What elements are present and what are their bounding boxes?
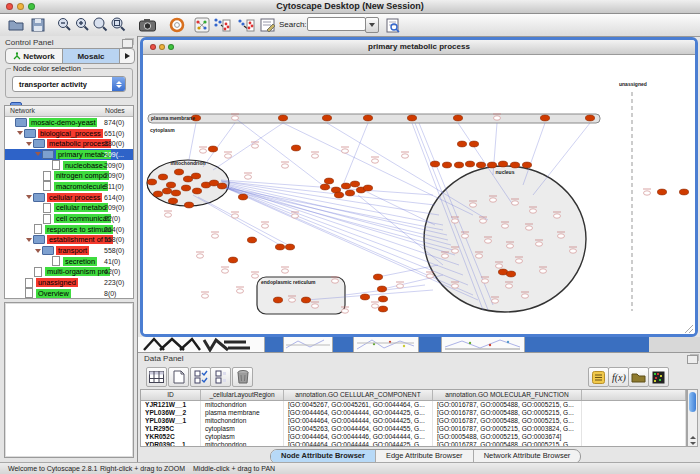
table-cell[interactable]: [GO:0044464, GO:0044444, GO:0044425, G..… <box>284 441 433 447</box>
graph-node-selected[interactable] <box>341 183 350 189</box>
table-cell[interactable]: [GO:0045267, GO:0045261, GO:0044464, G..… <box>284 401 433 409</box>
network-view-window[interactable]: primary metabolic process plasma membran… <box>140 37 698 337</box>
attribute-table-icon[interactable] <box>146 367 167 387</box>
tree-row-overview[interactable]: Overview8(0) <box>5 288 133 299</box>
graph-node[interactable] <box>332 279 339 283</box>
tree-row-cellular-metabo[interactable]: cellular metabo209(0) <box>5 203 133 214</box>
table-cell[interactable]: [GO:0016787, GO:0005488, GO:0005215, G..… <box>433 401 582 409</box>
graph-node-selected[interactable] <box>377 286 386 292</box>
graph-node-selected[interactable] <box>373 274 382 280</box>
table-cell[interactable]: YPL036W__2 <box>141 409 201 417</box>
graph-node-selected[interactable] <box>510 162 519 168</box>
graph-node[interactable] <box>237 289 244 293</box>
graph-node[interactable] <box>222 269 229 273</box>
graph-node[interactable] <box>197 254 204 258</box>
graph-node-selected[interactable] <box>487 162 496 168</box>
graph-node-selected[interactable] <box>238 194 247 200</box>
graph-node[interactable] <box>225 154 232 158</box>
search-dropdown-arrow[interactable] <box>365 17 379 33</box>
graph-node[interactable] <box>245 175 252 179</box>
table-cell[interactable]: [GO:0016787, GO:0005488, GO:0005215, G..… <box>433 417 582 425</box>
network-window-titlebar[interactable]: primary metabolic process <box>143 40 695 55</box>
graph-node-selected[interactable] <box>363 185 372 191</box>
graph-node-selected[interactable] <box>278 115 287 121</box>
unselect-attributes-icon[interactable] <box>210 367 231 387</box>
graph-node[interactable] <box>502 224 509 228</box>
table-cell[interactable] <box>582 425 686 433</box>
graph-node-selected[interactable] <box>442 162 451 168</box>
graph-node[interactable] <box>165 213 172 217</box>
search-input[interactable] <box>307 17 366 31</box>
nucleus-region[interactable] <box>424 166 586 312</box>
resize-grip-icon[interactable] <box>684 324 694 334</box>
table-column-header[interactable]: ID <box>141 390 201 400</box>
tree-row-metabolic-process[interactable]: metabolic process280(0) <box>5 138 133 149</box>
table-cell[interactable]: YPL036W__1 <box>141 417 201 425</box>
attribute-list-icon[interactable] <box>588 367 609 387</box>
open-file-icon[interactable] <box>7 16 25 34</box>
graph-node-selected[interactable] <box>275 244 284 250</box>
expand-arrow-icon[interactable] <box>17 131 24 135</box>
table-column-header[interactable] <box>582 390 686 400</box>
table-cell[interactable] <box>582 433 686 441</box>
graph-node[interactable] <box>480 219 487 223</box>
graph-node[interactable] <box>312 304 319 308</box>
attribute-table[interactable]: ID_cellularLayoutRegionannotation.GO CEL… <box>140 389 687 447</box>
tree-row-secretion[interactable]: secretion41(0) <box>5 256 133 267</box>
table-row[interactable]: YKR052Ccytoplasm[GO:0044464, GO:0044446,… <box>141 433 686 441</box>
graph-node[interactable] <box>470 203 477 207</box>
graph-node[interactable] <box>232 214 239 218</box>
graph-node[interactable] <box>202 294 209 298</box>
graph-node[interactable] <box>482 279 489 283</box>
table-cell[interactable] <box>582 441 686 447</box>
tree-row-primary-metabo[interactable]: primary metabo209(... <box>5 149 133 160</box>
table-cell[interactable]: cytoplasm <box>201 425 284 433</box>
float-panel-icon[interactable] <box>122 39 133 48</box>
scroll-down-icon[interactable] <box>689 440 696 446</box>
select-attributes-icon[interactable] <box>190 367 211 387</box>
table-cell[interactable]: [GO:0044464, GO:0044444, GO:0044425, G..… <box>284 409 433 417</box>
graph-node[interactable] <box>342 309 349 313</box>
expand-arrow-icon[interactable] <box>35 249 42 253</box>
graph-node-selected[interactable] <box>540 115 549 121</box>
graph-node[interactable] <box>427 274 434 278</box>
graph-node[interactable] <box>452 249 459 253</box>
graph-node[interactable] <box>200 149 207 153</box>
graph-node[interactable] <box>476 254 483 258</box>
background-window-thumbnail[interactable] <box>138 337 265 352</box>
tree-row-cellular-process[interactable]: cellular process614(0) <box>5 192 133 203</box>
graph-node[interactable] <box>494 116 501 120</box>
tree-row-unassigned[interactable]: unassigned223(0) <box>5 277 133 288</box>
tab-network[interactable]: Network <box>6 49 63 63</box>
table-row[interactable]: YLR295Ccytoplasm[GO:0045263, GO:0044464,… <box>141 425 686 433</box>
table-cell[interactable] <box>582 401 686 409</box>
table-column-header[interactable]: annotation.GO MOLECULAR_FUNCTION <box>433 390 582 400</box>
expand-arrow-icon[interactable] <box>35 152 42 156</box>
graph-node[interactable] <box>252 144 259 148</box>
table-cell[interactable]: [GO:0044464, GO:0044446, GO:0044444, G..… <box>284 433 433 441</box>
graph-node-selected[interactable] <box>506 271 515 277</box>
graph-node[interactable] <box>252 274 259 278</box>
tree-row-establishment-of-lo[interactable]: establishment of lo558(0) <box>5 235 133 246</box>
graph-node-selected[interactable] <box>291 145 300 151</box>
graph-node[interactable] <box>282 269 289 273</box>
graph-node[interactable] <box>522 294 529 298</box>
table-cell[interactable]: [GO:0016787, GO:0005488, GO:0005215, G..… <box>433 441 582 447</box>
table-cell[interactable] <box>582 409 686 417</box>
window-titlebar[interactable]: Cytoscape Desktop (New Session) <box>0 0 700 14</box>
help-icon[interactable] <box>168 16 186 34</box>
graph-node[interactable] <box>516 259 523 263</box>
graph-node-selected[interactable] <box>657 189 666 195</box>
plasma-membrane-region[interactable] <box>148 114 600 123</box>
birds-eye-view[interactable] <box>4 302 134 458</box>
graph-node-selected[interactable] <box>285 244 294 250</box>
graph-node-selected[interactable] <box>469 141 478 147</box>
graph-node[interactable] <box>282 164 289 168</box>
graph-node-selected[interactable] <box>228 257 237 263</box>
graph-node[interactable] <box>536 242 543 246</box>
graph-node[interactable] <box>554 214 561 218</box>
graph-node-selected[interactable] <box>345 190 354 196</box>
table-cell[interactable]: cytoplasm <box>201 433 284 441</box>
tree-row-macromolecule[interactable]: macromolecule311(0) <box>5 181 133 192</box>
import-attributes-icon[interactable] <box>628 367 649 387</box>
